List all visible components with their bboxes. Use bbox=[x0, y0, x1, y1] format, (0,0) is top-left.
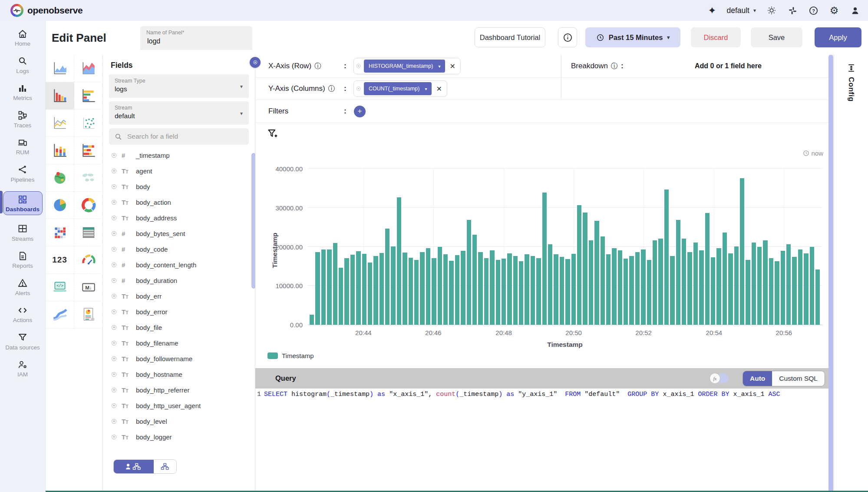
sidebar-item-pipelines[interactable]: Pipelines bbox=[0, 160, 45, 188]
user-avatar-icon[interactable] bbox=[850, 5, 860, 16]
sidebar-item-logs[interactable]: Logs bbox=[0, 52, 45, 79]
field-row[interactable]: ⦿TTbody_http_referrer bbox=[103, 382, 255, 398]
chart-type-metric-icon[interactable]: 123 bbox=[46, 246, 74, 274]
chart-type-bar-icon[interactable] bbox=[46, 82, 74, 110]
main-scrollbar[interactable] bbox=[828, 55, 833, 492]
drag-handle-icon[interactable]: ⦿ bbox=[111, 293, 117, 299]
discard-button[interactable]: Discard bbox=[691, 27, 741, 47]
sidebar-item-alerts[interactable]: Alerts bbox=[0, 274, 45, 301]
chevron-down-icon[interactable]: ▾ bbox=[438, 64, 440, 69]
sql-editor-line[interactable]: 1 SELECT histogram(_timestamp) as "x_axi… bbox=[255, 391, 828, 398]
chart-type-table-icon[interactable] bbox=[74, 219, 103, 246]
field-name[interactable]: body_filename bbox=[136, 339, 178, 347]
field-row[interactable]: ⦿#body_duration bbox=[103, 273, 255, 288]
chevron-down-icon[interactable]: ▾ bbox=[425, 86, 427, 91]
field-row[interactable]: ⦿TTbody_error bbox=[103, 304, 255, 319]
field-name[interactable]: body_http_referrer bbox=[136, 386, 189, 394]
query-mode-custom-sql-button[interactable]: Custom SQL bbox=[772, 371, 825, 386]
chart-type-sankey-icon[interactable] bbox=[46, 301, 74, 329]
add-filter-button[interactable]: + bbox=[354, 106, 366, 117]
chart-type-area-stacked-icon[interactable] bbox=[74, 55, 103, 82]
sidebar-item-rum[interactable]: RUM bbox=[0, 133, 45, 160]
chart-type-heatmap-icon[interactable] bbox=[46, 219, 74, 246]
stream-select[interactable]: Stream default ▾ bbox=[109, 101, 249, 125]
field-view-schema-button[interactable] bbox=[154, 460, 176, 473]
sidebar-item-traces[interactable]: Traces bbox=[0, 106, 45, 133]
slack-icon[interactable] bbox=[787, 5, 798, 16]
remove-y-axis-field-icon[interactable]: ✕ bbox=[435, 85, 443, 93]
field-name[interactable]: body_hostname bbox=[136, 371, 182, 378]
drag-handle-icon[interactable]: ⦿ bbox=[111, 215, 117, 221]
field-name[interactable]: body_err bbox=[136, 293, 162, 300]
field-search-input[interactable] bbox=[126, 132, 244, 141]
field-row[interactable]: ⦿#body_content_length bbox=[103, 257, 255, 273]
info-icon[interactable]: ⓘ bbox=[611, 62, 618, 71]
function-toggle[interactable]: fx bbox=[710, 374, 729, 383]
drag-handle-icon[interactable]: ⦿ bbox=[111, 168, 117, 174]
field-row[interactable]: ⦿TTbody_address bbox=[103, 210, 255, 226]
filter-add-icon[interactable] bbox=[267, 128, 278, 141]
field-name[interactable]: body_bytes_sent bbox=[136, 230, 185, 237]
field-name[interactable]: _timestamp bbox=[136, 152, 170, 159]
remove-x-axis-field-icon[interactable]: ✕ bbox=[448, 62, 456, 70]
drag-handle-icon[interactable]: ⦿ bbox=[111, 419, 117, 424]
info-icon[interactable]: ⓘ bbox=[314, 62, 321, 71]
sidebar-item-iam[interactable]: IAM bbox=[0, 355, 45, 382]
x-axis-field-chip[interactable]: HISTOGRAM(_timestamp) ▾ bbox=[364, 60, 445, 73]
chart-type-pie-icon[interactable] bbox=[46, 192, 74, 219]
panel-drag-badge-icon[interactable]: ⦿ bbox=[250, 57, 261, 68]
chart-type-markdown-icon[interactable]: M↓ bbox=[74, 274, 103, 301]
field-name[interactable]: body_duration bbox=[136, 277, 177, 284]
drag-handle-icon[interactable]: ⦿ bbox=[356, 86, 361, 91]
chart-type-donut-icon[interactable] bbox=[74, 192, 103, 219]
field-row[interactable]: ⦿TTbody_err bbox=[103, 288, 255, 304]
drag-handle-icon[interactable]: ⦿ bbox=[111, 309, 117, 315]
chart-legend[interactable]: Timestamp bbox=[267, 352, 314, 359]
field-name[interactable]: body_error bbox=[136, 308, 168, 316]
chart-type-h-bar-icon[interactable] bbox=[74, 82, 103, 110]
drag-handle-icon[interactable]: ⦿ bbox=[111, 199, 117, 205]
chart-type-maps-icon[interactable] bbox=[74, 164, 103, 192]
help-icon[interactable]: ? bbox=[808, 5, 818, 16]
drag-handle-icon[interactable]: ⦿ bbox=[111, 184, 117, 189]
panel-name-field[interactable]: Name of Panel* bbox=[140, 26, 252, 50]
chart-type-line-icon[interactable] bbox=[46, 110, 74, 137]
chart-type-h-stacked-bar-icon[interactable] bbox=[74, 137, 103, 164]
sidebar-item-streams[interactable]: Streams bbox=[0, 219, 45, 247]
field-name[interactable]: body_followername bbox=[136, 355, 192, 362]
info-button[interactable] bbox=[558, 27, 577, 47]
y-axis-field-chip[interactable]: COUNT(_timestamp) ▾ bbox=[364, 82, 432, 95]
chart-type-html-icon[interactable]: </> bbox=[46, 274, 74, 301]
apply-button[interactable]: Apply bbox=[815, 27, 861, 47]
field-row[interactable]: ⦿TTbody bbox=[103, 179, 255, 194]
field-search[interactable] bbox=[109, 128, 249, 145]
time-range-button[interactable]: Past 15 Minutes ▾ bbox=[585, 27, 680, 47]
field-row[interactable]: ⦿TTbody_logger bbox=[103, 429, 255, 445]
field-name[interactable]: body_logger bbox=[136, 433, 172, 441]
drag-handle-icon[interactable]: ⦿ bbox=[111, 372, 117, 377]
sidebar-item-home[interactable]: Home bbox=[0, 24, 45, 52]
chart-type-custom-chart-icon[interactable] bbox=[74, 301, 103, 329]
brand[interactable]: openobserve bbox=[10, 4, 83, 17]
field-row[interactable]: ⦿#_timestamp bbox=[103, 147, 255, 163]
chart-type-area-icon[interactable] bbox=[46, 55, 74, 82]
org-selector[interactable]: default ▾ bbox=[726, 6, 756, 15]
ai-sparkle-icon[interactable]: ✦ bbox=[708, 6, 716, 16]
settings-gear-icon[interactable]: ⚙ bbox=[829, 5, 839, 16]
drag-handle-icon[interactable]: ⦿ bbox=[111, 356, 117, 362]
field-name[interactable]: body_code bbox=[136, 246, 168, 253]
drag-handle-icon[interactable]: ⦿ bbox=[111, 403, 117, 409]
drag-handle-icon[interactable]: ⦿ bbox=[111, 325, 117, 330]
config-tab[interactable]: Config bbox=[834, 55, 868, 492]
field-name[interactable]: body_action bbox=[136, 199, 171, 206]
drag-handle-icon[interactable]: ⦿ bbox=[111, 387, 117, 393]
field-name[interactable]: agent bbox=[136, 167, 152, 175]
field-row[interactable]: ⦿TTbody_followername bbox=[103, 351, 255, 366]
sidebar-item-actions[interactable]: Actions bbox=[0, 301, 45, 328]
chart-type-geo-map-icon[interactable] bbox=[46, 164, 74, 192]
chart-type-stacked-bar-icon[interactable] bbox=[46, 137, 74, 164]
field-name[interactable]: body_content_length bbox=[136, 261, 196, 269]
chart-type-gauge-icon[interactable] bbox=[74, 246, 103, 274]
field-row[interactable]: ⦿TTagent bbox=[103, 163, 255, 179]
field-name[interactable]: body_level bbox=[136, 418, 167, 425]
